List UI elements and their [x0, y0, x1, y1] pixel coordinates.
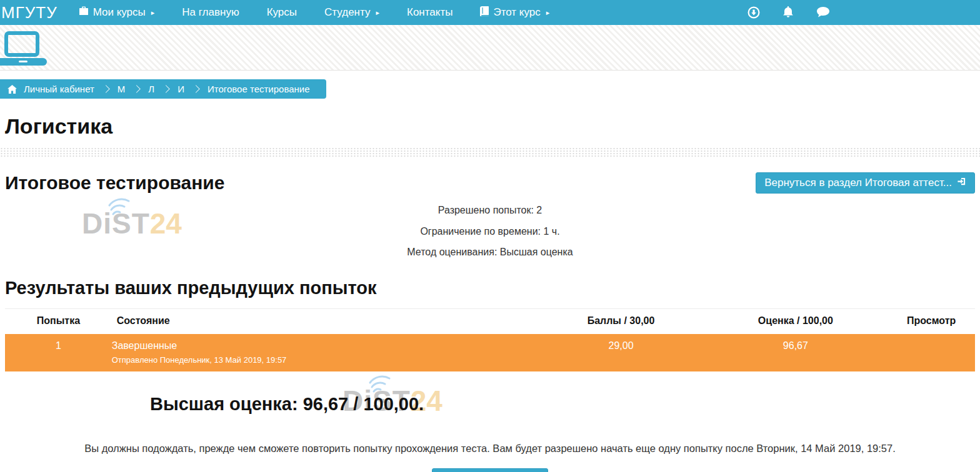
briefcase-icon: [79, 6, 89, 19]
col-header-attempt: Попытка: [5, 308, 112, 334]
dotted-divider: [0, 147, 980, 157]
chevron-right-icon: [162, 85, 170, 93]
chevron-right-icon: [102, 85, 110, 93]
caret-icon: ▸: [376, 9, 379, 17]
chat-bubble-icon[interactable]: [816, 6, 830, 19]
grading-method-text: Метод оценивания: Высшая оценка: [0, 242, 980, 263]
navbar-right-icons: [748, 6, 830, 19]
caret-icon: ▸: [546, 9, 550, 17]
attempt-marks-cell: 29,00: [539, 334, 704, 371]
book-icon: [480, 6, 489, 19]
breadcrumb: Личный кабинет М Л И Итоговое тестирован…: [0, 79, 326, 99]
chevron-right-icon: [132, 85, 141, 93]
nav-item-courses[interactable]: Курсы: [267, 6, 297, 19]
caret-icon: ▸: [151, 9, 155, 17]
chevron-right-icon: [192, 85, 200, 93]
attempt-state-cell: Завершенные Отправлено Понедельник, 13 М…: [112, 334, 539, 371]
breadcrumb-l[interactable]: Л: [148, 84, 154, 94]
col-header-marks: Баллы / 30,00: [539, 308, 704, 334]
nav-item-contacts[interactable]: Контакты: [407, 6, 452, 19]
col-header-review: Просмотр: [888, 308, 975, 334]
nav-item-home[interactable]: На главную: [182, 6, 239, 19]
header-banner: [0, 25, 980, 71]
attempts-table: Попытка Состояние Баллы / 30,00 Оценка /…: [5, 308, 975, 371]
attempt-number-cell: 1: [5, 334, 112, 371]
attempts-allowed-text: Разрешено попыток: 2: [0, 200, 980, 221]
quiz-info-block: DiST24 Разрешено попыток: 2 Ограничение …: [0, 200, 980, 263]
home-icon[interactable]: [8, 85, 17, 94]
table-header-row: Попытка Состояние Баллы / 30,00 Оценка /…: [5, 308, 975, 334]
bell-icon[interactable]: [782, 6, 794, 19]
col-header-grade: Оценка / 100,00: [703, 308, 888, 334]
brand-logo[interactable]: МГУТУ: [0, 3, 65, 22]
breadcrumb-i[interactable]: И: [178, 84, 184, 94]
table-row: 1 Завершенные Отправлено Понедельник, 13…: [5, 334, 975, 371]
nav-item-this-course[interactable]: Этот курс ▸: [480, 6, 549, 19]
top-navbar: МГУТУ Мои курсы ▸ На главную Курсы Студе…: [0, 0, 980, 25]
attempt-review-cell: [888, 334, 975, 371]
breadcrumb-current: Итоговое тестирование: [208, 84, 310, 94]
nav-item-my-courses[interactable]: Мои курсы ▸: [79, 6, 155, 19]
sign-in-icon: [957, 177, 966, 189]
final-grade-text: Высшая оценка: 96,67 / 100,00.: [0, 385, 980, 415]
attempt-grade-cell: 96,67: [703, 334, 888, 371]
time-limit-text: Ограничение по времени: 1 ч.: [0, 221, 980, 242]
quiz-title: Итоговое тестирование: [5, 172, 224, 194]
col-header-state: Состояние: [112, 308, 539, 334]
return-to-section-button[interactable]: Вернуться в раздел Итоговая аттест...: [756, 172, 975, 194]
breadcrumb-m[interactable]: М: [118, 84, 126, 94]
page-title: Логистика: [5, 114, 980, 139]
back-to-course-button[interactable]: Вернуться к курсу: [432, 468, 548, 472]
nav-item-student[interactable]: Студенту ▸: [324, 6, 379, 19]
wait-message: Вы должны подождать, прежде чем сможете …: [0, 443, 980, 455]
arrow-down-circle-icon[interactable]: [748, 6, 760, 19]
results-heading: Результаты ваших предыдущих попыток: [5, 278, 980, 298]
breadcrumb-dashboard[interactable]: Личный кабинет: [24, 84, 94, 94]
